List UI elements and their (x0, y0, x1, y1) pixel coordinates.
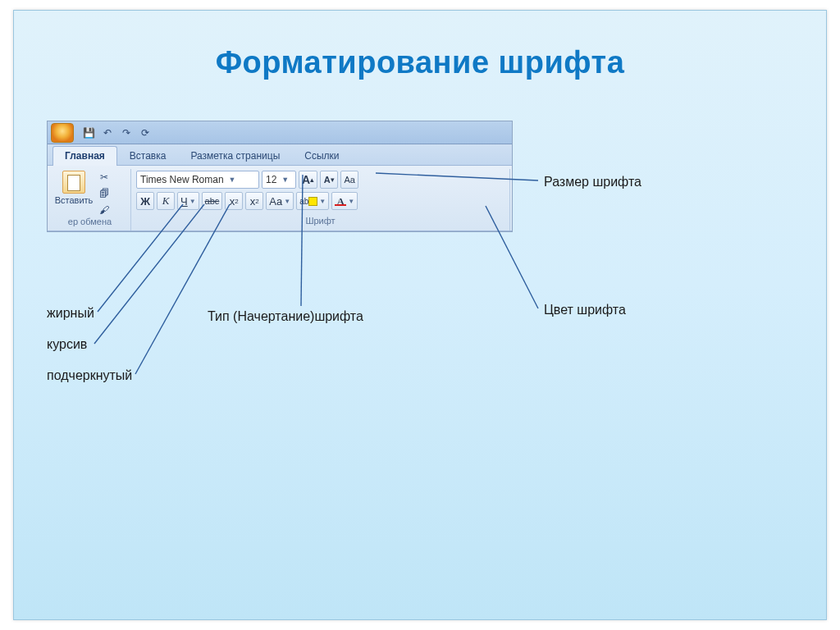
slide-title: Форматирование шрифта (14, 45, 826, 80)
font-color-button[interactable]: A ▼ (331, 192, 358, 210)
superscript-button[interactable]: x2 (245, 192, 263, 210)
ribbon-tabs: Главная Вставка Разметка страницы Ссылки (48, 144, 512, 166)
paste-label: Вставить (55, 195, 94, 205)
undo-icon[interactable]: ↶ (100, 126, 115, 140)
font-size-combo[interactable]: 12 ▼ (262, 171, 296, 189)
ribbon-band: Вставить ✂ 🗐 🖌 ер обмена Times New Roman (48, 166, 512, 231)
save-icon[interactable]: 💾 (81, 126, 96, 140)
annotation-bold: жирный (47, 306, 94, 321)
cut-icon[interactable]: ✂ (97, 171, 112, 184)
copy-icon[interactable]: 🗐 (97, 187, 112, 200)
highlight-swatch-icon (308, 197, 317, 206)
tab-references[interactable]: Ссылки (292, 146, 351, 166)
font-group: Times New Roman ▼ 12 ▼ A▴ A▾ (131, 169, 510, 231)
clear-formatting-button[interactable]: Aa (340, 171, 358, 189)
font-size-value: 12 (266, 174, 276, 185)
clipboard-group-label: ер обмена (54, 217, 126, 229)
annotation-underline: подчеркнутый (47, 368, 132, 383)
strike-button[interactable]: abc (202, 192, 223, 210)
font-family-combo[interactable]: Times New Roman ▼ (136, 171, 259, 189)
annotation-font-size: Размер шрифта (544, 175, 641, 189)
annotation-font-color: Цвет шрифта (544, 303, 626, 317)
office-button-icon[interactable] (51, 123, 74, 143)
subscript-button[interactable]: x2 (225, 192, 243, 210)
annotation-italic: курсив (47, 337, 87, 352)
chevron-down-icon: ▼ (281, 176, 289, 184)
chevron-down-icon: ▼ (229, 176, 236, 184)
slide: Форматирование шрифта 💾 ↶ ↷ ⟳ Главная Вс… (13, 10, 827, 620)
clipboard-group: Вставить ✂ 🗐 🖌 ер обмена (49, 169, 131, 231)
font-family-value: Times New Roman (140, 174, 224, 185)
annotation-lines (14, 11, 828, 621)
underline-button[interactable]: Ч▼ (177, 192, 199, 210)
redo-icon[interactable]: ↷ (119, 126, 134, 140)
italic-button[interactable]: К (157, 192, 175, 210)
tab-layout[interactable]: Разметка страницы (178, 146, 292, 166)
font-color-swatch (335, 204, 346, 206)
grow-font-button[interactable]: A▴ (299, 171, 317, 189)
format-painter-icon[interactable]: 🖌 (97, 203, 112, 217)
change-case-button[interactable]: Aa▼ (266, 192, 294, 210)
tab-home[interactable]: Главная (52, 146, 117, 166)
refresh-icon[interactable]: ⟳ (138, 126, 153, 140)
highlight-button[interactable]: ab ▼ (296, 192, 329, 210)
word-ribbon: 💾 ↶ ↷ ⟳ Главная Вставка Разметка страниц… (47, 121, 513, 232)
shrink-font-button[interactable]: A▾ (320, 171, 338, 189)
paste-icon (62, 171, 85, 194)
quick-access-toolbar: 💾 ↶ ↷ ⟳ (48, 121, 512, 144)
bold-button[interactable]: Ж (136, 192, 154, 210)
tab-insert[interactable]: Вставка (117, 146, 179, 166)
annotation-font-type: Тип (Начертание)шрифта (208, 309, 363, 324)
paste-button[interactable]: Вставить (54, 171, 94, 205)
font-group-label: Шрифт (136, 216, 504, 229)
